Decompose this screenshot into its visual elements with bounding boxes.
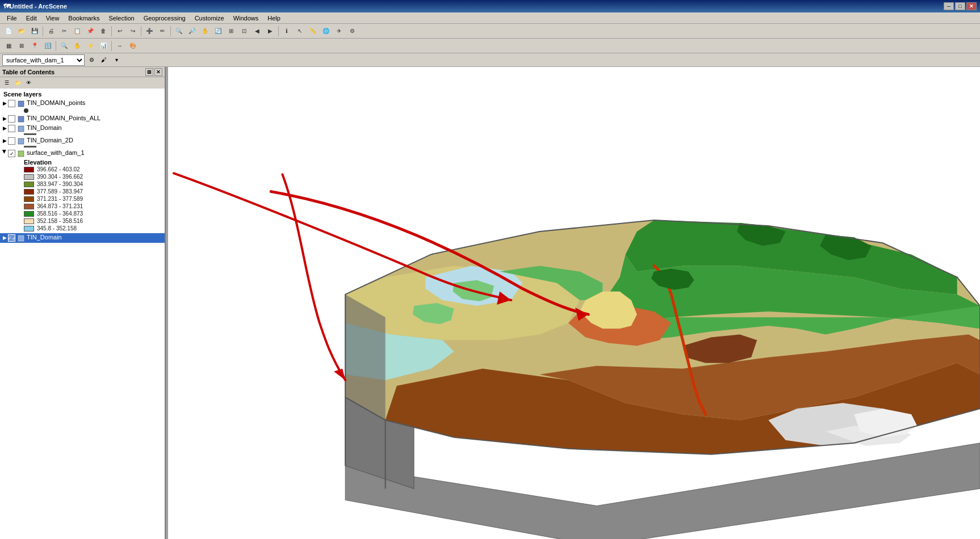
legend-label: 377.589 - 383.947 [37, 188, 83, 195]
sep2 [111, 26, 112, 36]
new-button[interactable]: 📄 [2, 25, 15, 37]
fly-button[interactable]: ✈ [333, 25, 345, 37]
clear-selection-button[interactable]: ⊠ [15, 40, 28, 52]
add-data-button[interactable]: ➕ [143, 25, 156, 37]
zoom-layer-button[interactable]: ⊡ [238, 25, 250, 37]
titlebar: 🗺 Untitled - ArcScene ─ □ ✕ [0, 0, 980, 12]
zoom-selected-button[interactable]: 🔍 [58, 40, 70, 52]
layer-tin-domain-2d[interactable]: ▶ TIN_Domain_2D [0, 136, 165, 146]
layer-tin-domain-points[interactable]: ▶ TIN_DOMAIN_points [0, 99, 165, 108]
paste-button[interactable]: 📌 [84, 25, 97, 37]
zoom-full-button[interactable]: ⊞ [225, 25, 237, 37]
layer-tin-domain[interactable]: ▶ TIN_Domain [0, 124, 165, 133]
line-symbol [24, 133, 36, 135]
pan-button[interactable]: ✋ [199, 25, 211, 37]
sep5 [278, 26, 279, 36]
zoom-next-button[interactable]: ▶ [264, 25, 277, 37]
menu-windows[interactable]: Windows [229, 14, 263, 23]
app-title: Untitled - ArcScene [10, 3, 67, 10]
main-area: Table of Contents ⊞ ✕ ☰ 📁 👁 Scene layers… [0, 67, 980, 539]
titlebar-controls: ─ □ ✕ [944, 2, 977, 10]
layer-surface-dam[interactable]: ▶ surface_with_dam_1 [0, 149, 165, 158]
cut-button[interactable]: ✂ [58, 25, 70, 37]
toc-float-button[interactable]: ⊞ [145, 68, 153, 76]
editor-button[interactable]: ✏ [156, 25, 169, 37]
layer-checkbox[interactable] [8, 100, 15, 107]
layer-type-icon [17, 234, 25, 242]
layer-label: TIN_Domain [27, 124, 62, 131]
undo-button[interactable]: ↩ [114, 25, 126, 37]
legend-label: 352.158 - 358.516 [37, 218, 83, 224]
menu-geoprocessing[interactable]: Geoprocessing [139, 14, 190, 23]
toc-close-button[interactable]: ✕ [154, 68, 162, 76]
layer-symbology-button[interactable]: 🖌 [98, 54, 110, 66]
scene-settings-button[interactable]: ⚙ [346, 25, 358, 37]
save-button[interactable]: 💾 [28, 25, 41, 37]
redo-button[interactable]: ↪ [127, 25, 139, 37]
layer-checkbox[interactable] [8, 125, 15, 132]
scene-3d-view [168, 67, 980, 539]
open-attribute-button[interactable]: 📊 [97, 40, 110, 52]
expand-arrow: ▶ [1, 100, 8, 106]
measure-button[interactable]: 📏 [307, 25, 319, 37]
flash-features-button[interactable]: ⚡ [84, 40, 97, 52]
toc-source-view[interactable]: 📁 [12, 78, 23, 88]
layer-type-icon [17, 150, 25, 158]
legend-swatch [24, 196, 34, 202]
layer-label: TIN_Domain_2D [27, 137, 73, 144]
delete-button[interactable]: 🗑 [97, 25, 110, 37]
svg-rect-0 [18, 101, 24, 107]
select-features-button[interactable]: ▦ [2, 40, 15, 52]
select-by-attr-button[interactable]: 🔢 [41, 40, 54, 52]
layer-properties-button[interactable]: ⚙ [86, 54, 97, 66]
layer-tin-domain-points-all[interactable]: ▶ TIN_DOMAIN_Points_ALL [0, 114, 165, 124]
menu-help[interactable]: Help [263, 14, 285, 23]
toc-vis-view[interactable]: 👁 [23, 78, 33, 88]
maximize-button[interactable]: □ [955, 2, 965, 10]
menu-customize[interactable]: Customize [190, 14, 229, 23]
open-button[interactable]: 📂 [15, 25, 28, 37]
legend-swatch [24, 211, 34, 217]
zoom-out-button[interactable]: 🔎 [186, 25, 198, 37]
legend-item-7: 358.516 - 364.873 [0, 210, 165, 217]
layer-checkbox[interactable]: ✓ [8, 234, 15, 242]
copy-button[interactable]: 📋 [71, 25, 83, 37]
identify-button[interactable]: ℹ [280, 25, 293, 37]
svg-rect-1 [18, 116, 24, 122]
layer-more-button[interactable]: ▾ [111, 54, 122, 66]
select-button[interactable]: ↖ [294, 25, 306, 37]
active-layer-dropdown[interactable]: surface_with_dam_1 TIN_Domain TIN_Domain… [2, 54, 85, 66]
swipe-button[interactable]: ↔ [114, 40, 126, 52]
layer-checkbox[interactable] [8, 115, 15, 123]
menu-file[interactable]: File [2, 14, 22, 23]
layer-checkbox-checked[interactable] [8, 150, 15, 157]
point-symbol-row [0, 108, 165, 113]
layer-checkbox[interactable] [8, 137, 15, 145]
sep3 [141, 26, 141, 36]
layer-type-icon [17, 137, 25, 145]
sep6 [56, 41, 56, 51]
rotate-button[interactable]: 🔄 [212, 25, 224, 37]
menu-edit[interactable]: Edit [22, 14, 41, 23]
select-by-location-button[interactable]: 📍 [28, 40, 41, 52]
layer-tin-domain-selected[interactable]: ▶ ✓ TIN_Domain [0, 233, 165, 243]
3d-navigate-button[interactable]: 🌐 [320, 25, 332, 37]
scene-viewport[interactable] [168, 67, 980, 539]
pan-selected-button[interactable]: ✋ [71, 40, 83, 52]
layer-type-icon [17, 125, 25, 133]
legend-item-1: 396.662 - 403.02 [0, 166, 165, 173]
minimize-button[interactable]: ─ [944, 2, 954, 10]
effects-button[interactable]: 🎨 [127, 40, 139, 52]
zoom-in-button[interactable]: 🔍 [173, 25, 185, 37]
zoom-previous-button[interactable]: ◀ [251, 25, 263, 37]
menu-view[interactable]: View [41, 14, 64, 23]
expand-arrow: ▶ [1, 116, 8, 121]
toc-list-view[interactable]: ☰ [2, 78, 12, 88]
menu-selection[interactable]: Selection [104, 14, 139, 23]
legend-item-4: 377.589 - 383.947 [0, 188, 165, 195]
menu-bookmarks[interactable]: Bookmarks [64, 14, 104, 23]
print-button[interactable]: 🖨 [45, 25, 57, 37]
expand-arrow-open: ▶ [2, 150, 7, 157]
toc-title: Table of Contents [2, 69, 55, 75]
close-button[interactable]: ✕ [966, 2, 977, 10]
